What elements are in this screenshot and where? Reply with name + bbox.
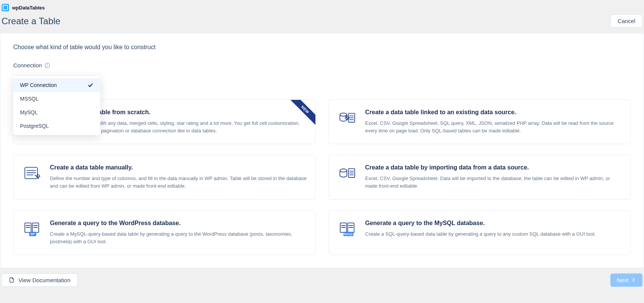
next-button-label: Next bbox=[617, 277, 628, 283]
svg-point-8 bbox=[340, 113, 346, 116]
brand-logo-icon bbox=[2, 4, 9, 11]
view-documentation-label: View Documentation bbox=[19, 277, 70, 283]
option-import-data[interactable]: Create a data table by importing data fr… bbox=[329, 155, 631, 199]
svg-text:WP: WP bbox=[30, 232, 35, 236]
connection-option-label: MSSQL bbox=[20, 96, 39, 102]
connection-option-postgresql[interactable]: PostgreSQL bbox=[13, 119, 100, 133]
option-desc: Define the number and type of columns, a… bbox=[50, 175, 307, 190]
brand-name: wpDataTables bbox=[12, 5, 45, 11]
manual-table-icon bbox=[22, 164, 42, 190]
check-icon bbox=[87, 82, 93, 88]
linked-source-icon bbox=[337, 109, 357, 135]
wp-query-icon: WP bbox=[22, 220, 42, 246]
connection-option-mysql[interactable]: MySQL bbox=[13, 106, 100, 119]
svg-text:MySQL: MySQL bbox=[343, 232, 353, 236]
option-title: Create a data table manually. bbox=[50, 164, 307, 171]
connection-option-label: PostgreSQL bbox=[20, 123, 49, 129]
connection-option-label: WP Connection bbox=[20, 82, 57, 88]
cancel-button-label: Cancel bbox=[618, 18, 635, 24]
import-data-icon bbox=[337, 164, 357, 190]
option-manual-table[interactable]: Create a data table manually. Define the… bbox=[13, 155, 316, 199]
option-desc: Excel, CSV, Google Spreadsheet, SQL quer… bbox=[365, 120, 622, 135]
option-mysql-query[interactable]: MySQL Generate a query to the MySQL data… bbox=[329, 210, 631, 255]
connection-dropdown-panel: WP Connection MSSQL MySQL PostgreSQL bbox=[13, 76, 100, 135]
option-desc: Create a SQL-query-based data table by g… bbox=[365, 230, 596, 238]
new-ribbon: NEW bbox=[286, 100, 315, 129]
option-linked-source[interactable]: Create a data table linked to an existin… bbox=[329, 99, 631, 144]
option-desc: Create a MySQL-query-based data table by… bbox=[50, 230, 307, 246]
connection-option-wp[interactable]: WP Connection bbox=[13, 78, 100, 92]
option-title: Create a data table by importing data fr… bbox=[365, 164, 622, 171]
connection-option-label: MySQL bbox=[20, 109, 38, 115]
cancel-button[interactable]: Cancel bbox=[610, 14, 642, 28]
connection-label: Connection bbox=[13, 62, 42, 68]
chevron-right-icon bbox=[631, 277, 636, 283]
info-icon[interactable] bbox=[44, 62, 50, 68]
option-wp-query[interactable]: WP Generate a query to the WordPress dat… bbox=[13, 210, 316, 255]
svg-point-18 bbox=[340, 169, 346, 172]
svg-point-2 bbox=[47, 64, 48, 65]
section-heading: Choose what kind of table would you like… bbox=[13, 44, 631, 51]
page-title: Create a Table bbox=[2, 16, 61, 26]
wizard-panel: Choose what kind of table would you like… bbox=[0, 33, 644, 268]
option-title: Create a data table linked to an existin… bbox=[365, 109, 622, 116]
option-desc: Excel, CSV, Google Spreadsheet. Data wil… bbox=[365, 175, 622, 190]
next-button[interactable]: Next bbox=[610, 273, 642, 287]
document-icon bbox=[9, 277, 15, 283]
option-title: Generate a query to the WordPress databa… bbox=[50, 220, 307, 227]
connection-row: Connection bbox=[13, 62, 631, 68]
mysql-query-icon: MySQL bbox=[337, 220, 357, 246]
option-title: Generate a query to the MySQL database. bbox=[365, 220, 596, 227]
connection-option-mssql[interactable]: MSSQL bbox=[13, 92, 100, 106]
brand-header: wpDataTables bbox=[0, 0, 644, 14]
view-documentation-button[interactable]: View Documentation bbox=[2, 273, 78, 287]
